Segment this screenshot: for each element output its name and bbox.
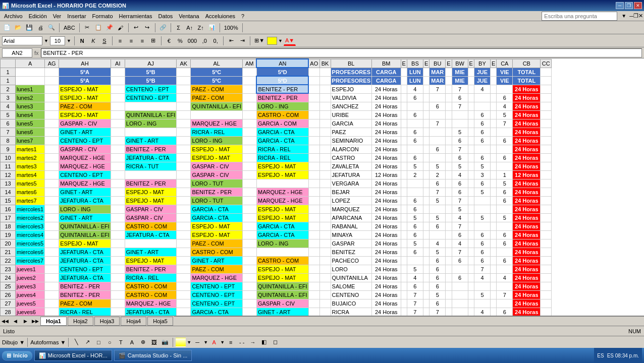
cell-ca-16[interactable]: 6: [497, 196, 513, 205]
cell-aj-29[interactable]: JEFATURA - CTA: [125, 308, 177, 316]
cell-rh-3[interactable]: 2: [1, 85, 16, 93]
cell-a-3[interactable]: lunes1: [16, 85, 45, 93]
cell-ah-9[interactable]: CENTENO - EPT: [59, 136, 111, 145]
cell-e2-7[interactable]: [423, 119, 429, 128]
cell-e1-29[interactable]: [401, 308, 407, 316]
cell-e1-23[interactable]: [401, 256, 407, 265]
col-header-bw[interactable]: BW: [452, 59, 468, 68]
cell-cc-5[interactable]: [541, 102, 552, 110]
fill-color-draw[interactable]: [176, 338, 186, 347]
cell-ak-26[interactable]: [177, 282, 191, 290]
cell-ca-14[interactable]: 5: [497, 179, 513, 188]
cell-bu-29[interactable]: 7: [430, 308, 446, 316]
cell-e3-15[interactable]: [446, 188, 452, 196]
cell-by-12[interactable]: 5: [474, 162, 490, 170]
cell-cb-25[interactable]: 24 Horas: [513, 273, 541, 282]
cell-e2-19[interactable]: [423, 222, 429, 230]
cell-e5-6[interactable]: [490, 110, 496, 119]
cell-ca-19[interactable]: [497, 222, 513, 230]
cell-e3-26[interactable]: [446, 282, 452, 290]
cell-e2-13[interactable]: [423, 170, 429, 179]
cell-e1-7[interactable]: [401, 119, 407, 128]
start-button[interactable]: ⊞ Inicio: [2, 351, 32, 360]
cell-bw-12[interactable]: 5: [452, 162, 468, 170]
cell-ah-29[interactable]: RICRA - REL: [59, 308, 111, 316]
cell-bm-14[interactable]: 24 Horas: [371, 179, 401, 188]
cell-by-20[interactable]: 6: [474, 230, 490, 239]
cell-e5-26[interactable]: [490, 282, 496, 290]
cell-by-28[interactable]: [474, 299, 490, 308]
cell-by-4[interactable]: [474, 93, 490, 102]
cell-rh-27[interactable]: 26: [1, 290, 16, 299]
restore-button[interactable]: ❐: [625, 2, 633, 9]
cell-e2-16[interactable]: [423, 196, 429, 205]
cell-bu-17[interactable]: [430, 205, 446, 213]
cell-ao-15[interactable]: [308, 188, 319, 196]
cell-bk-16[interactable]: [319, 196, 331, 205]
col-header-e3[interactable]: E: [446, 59, 452, 68]
cell-ao-17[interactable]: [308, 205, 319, 213]
wordart-tool[interactable]: A: [127, 337, 137, 347]
cell-bw-29[interactable]: [452, 308, 468, 316]
cell-aj-16[interactable]: ESPEJO - MAT: [125, 196, 177, 205]
cell-al-6[interactable]: [191, 110, 243, 119]
cell-bm1[interactable]: CARGA: [371, 68, 401, 76]
col-header-bs[interactable]: BS: [407, 59, 423, 68]
cell-a-10[interactable]: martes1: [16, 145, 45, 153]
cell-e3-8[interactable]: [446, 128, 452, 136]
cell-ag-27[interactable]: [45, 290, 59, 299]
cell-ak1[interactable]: [177, 68, 191, 76]
cell-ah-24[interactable]: CENTENO - EPT: [59, 265, 111, 273]
cell-by1[interactable]: JUE: [474, 68, 490, 76]
cell-cb-15[interactable]: 24 Horas: [513, 188, 541, 196]
cell-ca-9[interactable]: 6: [497, 136, 513, 145]
cell-bk-24[interactable]: [319, 265, 331, 273]
cell-e3-21[interactable]: [446, 239, 452, 248]
cell-bw-22[interactable]: 7: [452, 248, 468, 256]
cell-bm-7[interactable]: 24 Horas: [371, 119, 401, 128]
cell-aj-11[interactable]: JEFATURA - CTA: [125, 153, 177, 162]
cell-by-10[interactable]: [474, 145, 490, 153]
cell-rh-21[interactable]: 20: [1, 239, 16, 248]
cell-e1-25[interactable]: [401, 273, 407, 282]
cell-e4-26[interactable]: [468, 282, 474, 290]
cell-ao-24[interactable]: [308, 265, 319, 273]
cell-ak-12[interactable]: [177, 162, 191, 170]
cell-bk-9[interactable]: [319, 136, 331, 145]
cell-e5-3[interactable]: [490, 85, 496, 93]
cell-bu-9[interactable]: [430, 136, 446, 145]
cell-ca-2[interactable]: VIE: [497, 76, 513, 85]
cell-bs-24[interactable]: 5: [407, 265, 423, 273]
cell-bw-3[interactable]: 7: [452, 85, 468, 93]
cell-bl-11[interactable]: CASTRO: [331, 153, 371, 162]
cell-bu-10[interactable]: 6: [430, 145, 446, 153]
cell-al-21[interactable]: PAEZ - COM: [191, 239, 243, 248]
cell-a-29[interactable]: jueves6: [16, 308, 45, 316]
cell-an-3[interactable]: BENITEZ - PER: [256, 85, 308, 93]
cell-ai-2[interactable]: [111, 76, 125, 85]
cell-ah-17[interactable]: LORO - ING: [59, 205, 111, 213]
cell-by-22[interactable]: 6: [474, 248, 490, 256]
cell-e2-18[interactable]: [423, 213, 429, 222]
cell-ah-12[interactable]: MARQUEZ - HGE: [59, 162, 111, 170]
cell-ai-11[interactable]: [111, 153, 125, 162]
cell-ao-27[interactable]: [308, 290, 319, 299]
cell-ah-8[interactable]: GINET - ART: [59, 128, 111, 136]
cell-cb-3[interactable]: 24 Horas: [513, 85, 541, 93]
cell-e5-7[interactable]: [490, 119, 496, 128]
cell-e2-8[interactable]: [423, 128, 429, 136]
cell-aj-6[interactable]: QUINTANILLA - EFI: [125, 110, 177, 119]
cell-e3-12[interactable]: [446, 162, 452, 170]
col-header-ao[interactable]: AO: [308, 59, 319, 68]
cell-e3-2[interactable]: [446, 76, 452, 85]
cell-by-29[interactable]: 4: [474, 308, 490, 316]
cell-e5-14[interactable]: [490, 179, 496, 188]
arrow-tool[interactable]: ↗: [82, 337, 92, 347]
cell-by-19[interactable]: [474, 222, 490, 230]
cell-bl1[interactable]: PROFESORES: [331, 68, 371, 76]
cell-ai-25[interactable]: [111, 273, 125, 282]
cell-e4-8[interactable]: [468, 128, 474, 136]
cell-bu-24[interactable]: 6: [430, 265, 446, 273]
cell-cb-27[interactable]: 24 Horas: [513, 290, 541, 299]
cell-bs-18[interactable]: 5: [407, 213, 423, 222]
